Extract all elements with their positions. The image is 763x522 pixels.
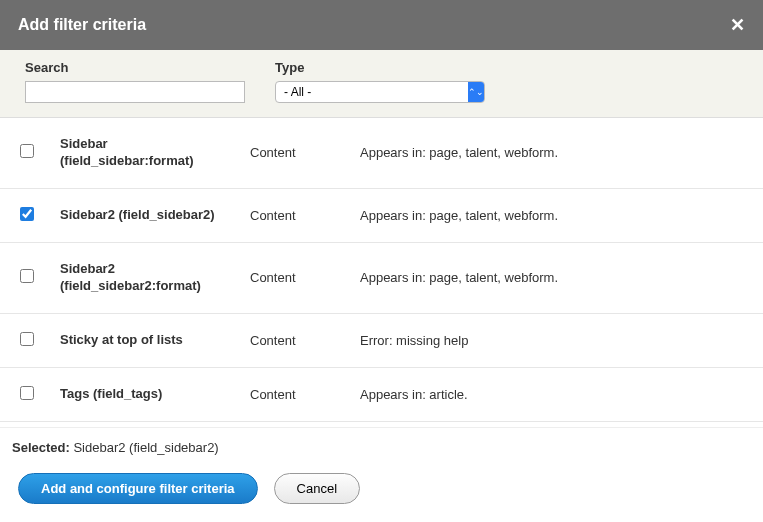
search-group: Search [25,60,245,103]
row-category: Content [250,208,360,223]
selected-label: Selected: [12,440,70,455]
table-row: Sidebar2 (field_sidebar2:format) Content… [0,243,763,314]
row-checkbox[interactable] [20,144,34,158]
row-category: Content [250,387,360,402]
table-row: Sticky at top of lists Content Error: mi… [0,314,763,368]
row-name: Sidebar (field_sidebar:format) [60,136,250,170]
search-label: Search [25,60,245,75]
type-select[interactable]: - All - [275,81,485,103]
add-configure-button[interactable]: Add and configure filter criteria [18,473,258,504]
filter-list[interactable]: Sidebar (field_sidebar:format) Content A… [0,118,763,428]
row-checkbox[interactable] [20,269,34,283]
table-row: Sidebar2 (field_sidebar2) Content Appear… [0,189,763,243]
search-input[interactable] [25,81,245,103]
row-category: Content [250,145,360,160]
table-row: Tags (field_tags) Content Appears in: ar… [0,368,763,422]
close-icon[interactable]: ✕ [730,14,745,36]
row-description: Appears in: page, talent, webform. [360,145,743,160]
modal-header: Add filter criteria ✕ [0,0,763,50]
row-name: Tags (field_tags) [60,386,250,403]
row-category: Content [250,270,360,285]
type-label: Type [275,60,485,75]
row-checkbox[interactable] [20,207,34,221]
row-name: Sidebar2 (field_sidebar2:format) [60,261,250,295]
selected-summary: Selected: Sidebar2 (field_sidebar2) [10,438,753,473]
modal-title: Add filter criteria [18,16,146,34]
row-description: Appears in: page, talent, webform. [360,208,743,223]
cancel-button[interactable]: Cancel [274,473,360,504]
selected-value: Sidebar2 (field_sidebar2) [73,440,218,455]
row-category: Content [250,333,360,348]
table-row: Tags (field_tags:delta) Content Delta - … [0,422,763,428]
row-description: Error: missing help [360,333,743,348]
filter-bar: Search Type - All - ⌃⌄ [0,50,763,118]
row-description: Appears in: article. [360,387,743,402]
row-name: Sticky at top of lists [60,332,250,349]
row-checkbox[interactable] [20,332,34,346]
table-row: Sidebar (field_sidebar:format) Content A… [0,118,763,189]
modal-footer: Selected: Sidebar2 (field_sidebar2) Add … [0,428,763,504]
row-name: Sidebar2 (field_sidebar2) [60,207,250,224]
row-checkbox[interactable] [20,386,34,400]
row-description: Appears in: page, talent, webform. [360,270,743,285]
type-group: Type - All - ⌃⌄ [275,60,485,103]
